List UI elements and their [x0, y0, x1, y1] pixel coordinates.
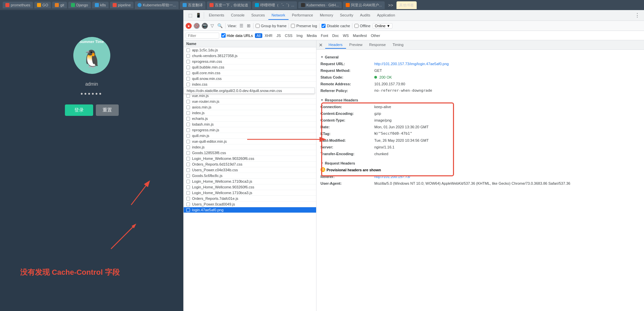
- file-checkbox[interactable]: [186, 117, 190, 121]
- preserve-log-label[interactable]: Preserve log: [291, 24, 317, 28]
- file-item-quill-core[interactable]: quill.core.min.css: [184, 70, 316, 76]
- filter-media[interactable]: Media: [305, 33, 318, 38]
- tab-bilibili[interactable]: 哔哩哔哩（゜-゜）...: [252, 1, 297, 9]
- request-headers-section-header[interactable]: Request Headers: [320, 161, 640, 165]
- tab-network[interactable]: Network: [268, 11, 289, 20]
- file-checkbox[interactable]: [186, 203, 190, 206]
- file-checkbox[interactable]: [186, 185, 190, 189]
- file-item-nprogress-css[interactable]: nprogress.min.css: [184, 59, 316, 64]
- file-item-nprogress-js[interactable]: nprogress.min.js: [184, 127, 316, 133]
- file-item-login-home-css-2[interactable]: Login_Home_Wellcome.903260f6.css: [184, 184, 316, 190]
- file-checkbox[interactable]: [186, 94, 190, 98]
- disable-cache-label[interactable]: Disable cache: [321, 24, 350, 28]
- file-checkbox[interactable]: [186, 65, 190, 69]
- tab-bookmarks[interactable]: 其他书签: [396, 1, 417, 9]
- file-checkbox[interactable]: [186, 48, 190, 52]
- file-item-orders-js[interactable]: Orders_Reports.7dafc01e.js: [184, 196, 316, 202]
- view-waterfall-icon[interactable]: ⊞: [246, 23, 251, 28]
- group-by-frame-label[interactable]: Group by frame: [256, 24, 287, 28]
- file-item-goods-js[interactable]: Goods.5c6fbc8c.js: [184, 173, 316, 179]
- file-item-login-home-js-1[interactable]: Login_Home_Wellcome.1710bca3.js: [184, 179, 316, 184]
- filter-js[interactable]: JS: [275, 33, 282, 38]
- file-checkbox[interactable]: [186, 180, 190, 183]
- view-list-icon[interactable]: ☰: [239, 23, 244, 28]
- file-item-vue-quill-editor[interactable]: vue-quill-editor.min.js: [184, 139, 316, 144]
- file-list[interactable]: app.1c5c.1du.js chunk-vendors.38127358.j…: [184, 47, 316, 311]
- file-checkbox[interactable]: [186, 197, 190, 201]
- tab-performance[interactable]: Performance: [289, 11, 316, 20]
- file-item-app[interactable]: app.1c5c.1du.js: [184, 47, 316, 53]
- file-checkbox[interactable]: [186, 111, 190, 115]
- device-icon[interactable]: 📱: [195, 12, 202, 19]
- filter-input[interactable]: [186, 33, 219, 39]
- hide-data-urls-label[interactable]: Hide data URLs: [221, 33, 253, 38]
- file-item-index-js-2[interactable]: index.js: [184, 144, 316, 150]
- filter-manifest[interactable]: Manifest: [351, 33, 369, 38]
- file-checkbox[interactable]: [186, 128, 190, 132]
- general-section-header[interactable]: General: [320, 55, 640, 59]
- tab-aliyun[interactable]: 阿里云-RAM用户...: [343, 1, 385, 9]
- file-checkbox[interactable]: [186, 145, 190, 149]
- tab-go[interactable]: GO: [34, 2, 51, 8]
- file-item-login-home-js-2[interactable]: Login_Home_Wellcome.1710bca3.js: [184, 190, 316, 196]
- file-checkbox[interactable]: [186, 54, 190, 58]
- disable-cache-checkbox[interactable]: [321, 24, 326, 28]
- file-item-orders-css[interactable]: Orders_Reports.6d1519d7.css: [184, 162, 316, 167]
- file-checkbox[interactable]: [186, 71, 190, 75]
- tab-django[interactable]: Django: [68, 2, 91, 8]
- file-checkbox[interactable]: [186, 151, 190, 155]
- tab-elements[interactable]: Elements: [205, 11, 228, 20]
- file-item-chunk-vendors[interactable]: chunk-vendors.38127358.js: [184, 53, 316, 59]
- clear-button[interactable]: 🚫: [194, 23, 200, 29]
- tab-github[interactable]: Kubernetes · GitH...: [298, 2, 342, 8]
- file-item-quill-js[interactable]: quill.min.js: [184, 133, 316, 139]
- filter-other[interactable]: Other: [369, 33, 382, 38]
- filter-xhr[interactable]: XHR: [263, 33, 274, 38]
- detail-tab-timing[interactable]: Timing: [389, 41, 407, 49]
- file-item-index-js-1[interactable]: index.js: [184, 110, 316, 116]
- file-checkbox-selected[interactable]: [186, 208, 190, 212]
- file-item-goods-css[interactable]: Goods.128553f8.css: [184, 150, 316, 156]
- file-checkbox[interactable]: [186, 77, 190, 81]
- file-checkbox[interactable]: [186, 105, 190, 109]
- file-item-login-home-css[interactable]: Login_Home_Wellcome.903260f6.css: [184, 156, 316, 162]
- tab-console[interactable]: Console: [228, 11, 248, 20]
- filter-icon[interactable]: ▽: [210, 23, 215, 28]
- file-checkbox[interactable]: [186, 191, 190, 195]
- record-button[interactable]: ●: [186, 23, 192, 29]
- hide-data-urls-checkbox[interactable]: [221, 33, 226, 38]
- file-item-axios[interactable]: axios.min.js: [184, 104, 316, 110]
- offline-checkbox[interactable]: [354, 24, 358, 28]
- detail-tab-headers[interactable]: Headers: [325, 41, 346, 49]
- file-checkbox[interactable]: [186, 140, 190, 143]
- detail-close-button[interactable]: ✕: [318, 42, 324, 48]
- file-item-users-power-js[interactable]: Users_Power.0cad0049.js: [184, 202, 316, 207]
- preserve-log-checkbox[interactable]: [291, 24, 295, 28]
- online-dropdown[interactable]: Online ▼: [373, 23, 393, 29]
- tab-promethues[interactable]: promethues: [3, 2, 33, 8]
- group-by-frame-checkbox[interactable]: [256, 24, 260, 28]
- file-checkbox[interactable]: [186, 168, 190, 172]
- filter-all[interactable]: All: [255, 33, 262, 38]
- file-checkbox[interactable]: [186, 60, 190, 63]
- detail-tab-response[interactable]: Response: [366, 41, 389, 49]
- file-item-vue-router[interactable]: vue-router.min.js: [184, 99, 316, 104]
- file-item-quill-bubble[interactable]: quill.bubble.min.css: [184, 64, 316, 70]
- filter-img[interactable]: Img: [295, 33, 304, 38]
- file-checkbox[interactable]: [186, 100, 190, 103]
- file-checkbox[interactable]: [186, 134, 190, 138]
- file-item-quill-snow[interactable]: quill.snow.min.css: [184, 76, 316, 82]
- file-checkbox[interactable]: [186, 163, 190, 166]
- file-checkbox[interactable]: [186, 157, 190, 161]
- login-button[interactable]: 登录: [65, 104, 93, 116]
- tab-audits[interactable]: Audits: [356, 11, 374, 20]
- tab-git[interactable]: git: [52, 2, 67, 8]
- inspect-icon[interactable]: ⬚: [187, 12, 194, 19]
- filter-css[interactable]: CSS: [283, 33, 294, 38]
- file-item-echarts[interactable]: echarts.js: [184, 116, 316, 122]
- search-icon[interactable]: 🔍: [217, 23, 223, 28]
- file-item-index-css-tooltip[interactable]: index.css https://cdn.staticfile.org/qui…: [184, 82, 316, 87]
- tab-security[interactable]: Security: [337, 11, 357, 20]
- tab-baidu-search[interactable]: 百度一下，你就知道: [207, 1, 251, 9]
- tab-sources[interactable]: Sources: [248, 11, 268, 20]
